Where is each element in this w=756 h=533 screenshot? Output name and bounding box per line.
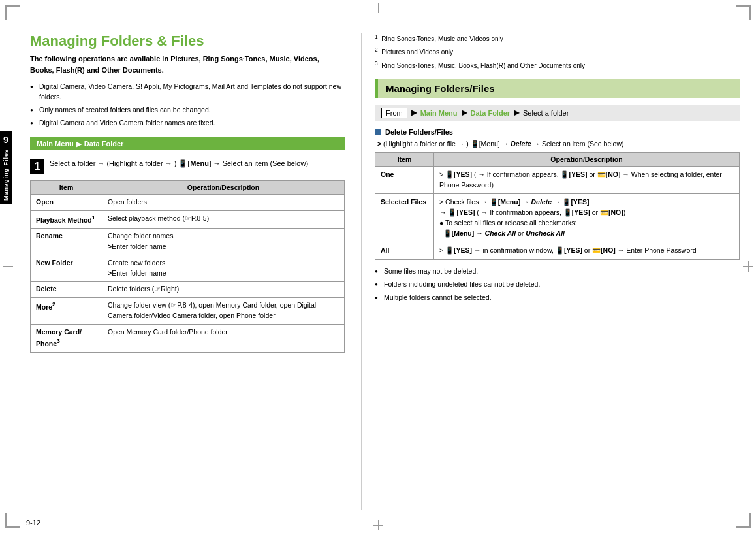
right-table-cell-desc: > Check files → 📱[Menu] → Delete → 📱[YES… xyxy=(434,194,740,242)
column-divider xyxy=(361,33,362,510)
center-mark-bottom xyxy=(373,520,383,530)
footnote-2: 2 Pictures and Videos only xyxy=(375,46,740,57)
bullet-item: Digital Camera and Video Camera folder n… xyxy=(30,118,345,129)
table-row: Open Open folders xyxy=(31,195,345,211)
table-cell-item: Rename xyxy=(31,229,102,255)
table-row: Rename Change folder names>Enter folder … xyxy=(31,229,345,255)
delete-section-title: Delete Folders/Files xyxy=(375,128,740,136)
table-cell-item: More2 xyxy=(31,298,102,325)
table-row: More2 Change folder view (☞P.8-4), open … xyxy=(31,298,345,325)
table-cell-desc: Open folders xyxy=(102,195,345,211)
right-column: 1 Ring Songs·Tones, Music and Videos onl… xyxy=(365,33,740,510)
chapter-sidebar: 9 Managing Files xyxy=(0,131,12,204)
bullet-item: Digital Camera, Video Camera, S! Appli, … xyxy=(30,82,345,103)
side-mark-right xyxy=(743,261,753,272)
table-row: Memory Card/Phone3 Open Memory Card fold… xyxy=(31,324,345,352)
table-row: Playback Method1 Select playback method … xyxy=(31,211,345,229)
table-row: New Folder Create new folders>Enter fold… xyxy=(31,255,345,282)
table-cell-item: Playback Method1 xyxy=(31,211,102,229)
table-cell-item: Open xyxy=(31,195,102,211)
table-cell-item: New Folder xyxy=(31,255,102,282)
left-column: Managing Folders & Files The following o… xyxy=(18,33,358,510)
right-section-header: Managing Folders/Files xyxy=(375,79,740,98)
data-folder-label: Data Folder xyxy=(84,140,124,148)
right-table-cell-item: One xyxy=(375,166,434,194)
right-table-cell-item: All xyxy=(375,242,434,260)
table-cell-desc: Delete folders (☞Right) xyxy=(102,282,345,298)
bullet-item: Only names of created folders and files … xyxy=(30,105,345,116)
right-data-folder: Data Folder xyxy=(471,109,511,117)
table-row: One > 📱[YES] ( → If confirmation appears… xyxy=(375,166,740,194)
delete-title-text: Delete Folders/Files xyxy=(385,128,453,136)
delete-bullet: Folders including undeleted files cannot… xyxy=(375,280,740,290)
from-arrow: ▶ xyxy=(411,108,417,117)
corner-mark-tl xyxy=(5,5,20,20)
step-1-number: 1 xyxy=(30,159,44,174)
table-cell-desc: Change folder view (☞P.8-4), open Memory… xyxy=(102,298,345,325)
table-cell-item: Delete xyxy=(31,282,102,298)
table-row: Selected Files > Check files → 📱[Menu] →… xyxy=(375,194,740,242)
from-label: From xyxy=(381,108,407,118)
table-cell-desc: Open Memory Card folder/Phone folder xyxy=(102,324,345,352)
nav-arrow-3: ▶ xyxy=(514,108,519,117)
step-1-row: 1 Select a folder → (Highlight a folder … xyxy=(30,158,345,174)
nav-arrow-2: ▶ xyxy=(462,108,467,117)
step-1-text: Select a folder → (Highlight a folder → … xyxy=(50,158,308,169)
delete-bullets: Some files may not be deleted. Folders i… xyxy=(375,266,740,302)
footnote-1: 1 Ring Songs·Tones, Music and Videos onl… xyxy=(375,33,740,44)
table-cell-desc: Change folder names>Enter folder name xyxy=(102,229,345,255)
table-header-op: Operation/Description xyxy=(102,181,345,195)
corner-mark-bl xyxy=(5,513,20,528)
delete-bullet: Multiple folders cannot be selected. xyxy=(375,293,740,303)
table-row: Delete Delete folders (☞Right) xyxy=(31,282,345,298)
right-table-cell-desc: > 📱[YES] ( → If confirmation appears, 📱[… xyxy=(434,166,740,194)
center-mark-top xyxy=(373,3,383,13)
intro-text: The following operations are available i… xyxy=(30,54,345,75)
left-nav-bar: Main Menu ▶ Data Folder xyxy=(30,137,345,150)
right-table-header-item: Item xyxy=(375,152,434,166)
bullet-list: Digital Camera, Video Camera, S! Appli, … xyxy=(30,82,345,128)
page-title: Managing Folders & Files xyxy=(30,33,345,50)
table-cell-item: Memory Card/Phone3 xyxy=(31,324,102,352)
page-number: 9-12 xyxy=(26,519,40,526)
right-table-cell-item: Selected Files xyxy=(375,194,434,242)
right-select-folder: Select a folder xyxy=(523,109,569,117)
delete-bullet: Some files may not be deleted. xyxy=(375,266,740,277)
corner-mark-br xyxy=(736,513,751,528)
footnotes: 1 Ring Songs·Tones, Music and Videos onl… xyxy=(375,33,740,71)
right-main-menu: Main Menu xyxy=(420,109,458,117)
table-row: All > 📱[YES] → in confirmation window, 📱… xyxy=(375,242,740,260)
table-header-item: Item xyxy=(31,181,102,195)
from-bar: From ▶ Main Menu ▶ Data Folder ▶ Select … xyxy=(375,105,740,121)
footnote-3: 3 Ring Songs·Tones, Music, Books, Flash(… xyxy=(375,59,740,71)
blue-square-icon xyxy=(375,129,381,135)
right-table-header-op: Operation/Description xyxy=(434,152,740,166)
table-cell-desc: Select playback method (☞P.8-5) xyxy=(102,211,345,229)
nav-arrow: ▶ xyxy=(76,140,82,148)
delete-section: Delete Folders/Files > (Highlight a fold… xyxy=(375,128,740,303)
table-cell-desc: Create new folders>Enter folder name xyxy=(102,255,345,282)
right-data-table: Item Operation/Description One > 📱[YES] … xyxy=(375,152,740,260)
corner-mark-tr xyxy=(736,5,751,20)
chapter-label: Managing Files xyxy=(3,149,9,201)
main-menu-label: Main Menu xyxy=(37,140,74,148)
delete-step: > (Highlight a folder or file → ) 📱[Menu… xyxy=(375,140,740,148)
right-table-cell-desc: > 📱[YES] → in confirmation window, 📱[YES… xyxy=(434,242,740,260)
side-mark-left xyxy=(3,261,13,272)
chapter-number: 9 xyxy=(3,135,8,145)
left-data-table: Item Operation/Description Open Open fol… xyxy=(30,180,345,352)
